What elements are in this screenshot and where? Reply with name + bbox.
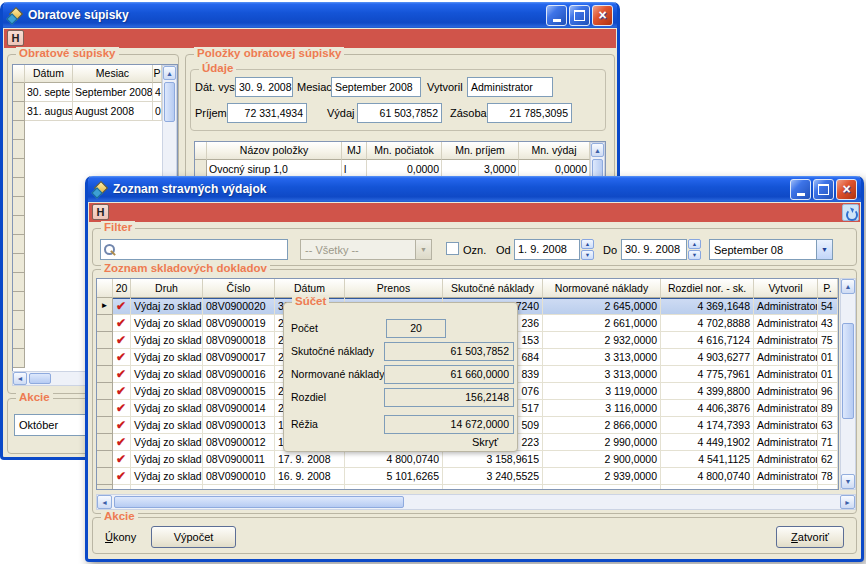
maximize-button[interactable] [569,5,590,26]
check-icon: ✔ [116,367,126,381]
row-marker-icon [97,434,113,451]
column-header-mj[interactable]: MJ [342,142,367,160]
scroll-left-icon[interactable]: ◄ [13,372,27,385]
help-button[interactable]: H [92,204,109,220]
column-header-p[interactable]: P. [818,279,838,298]
row-header[interactable] [13,330,25,349]
row-header[interactable] [13,235,25,254]
titlebar-back[interactable]: Obratové súpisky × [3,2,617,28]
column-header-druh[interactable]: Druh [131,279,203,298]
row-header[interactable] [13,159,25,178]
scroll-thumb[interactable] [842,323,854,419]
close-button[interactable]: × [592,5,613,26]
row-header[interactable] [13,83,25,102]
row-header[interactable] [13,102,25,121]
table-row[interactable]: ✔Výdaj zo skladu08V090001117. 9. 20084 8… [97,451,838,468]
row-header[interactable] [13,178,25,197]
minimize-button[interactable] [790,179,811,200]
dat-vyst-field[interactable]: 30. 9. 2008 [235,77,293,97]
spin-up-icon[interactable]: ▲ [581,239,594,249]
scroll-left-icon[interactable]: ◄ [97,495,112,509]
ozn-checkbox[interactable] [446,242,459,255]
column-header-check[interactable]: 20 [113,279,131,298]
row-header[interactable] [13,292,25,311]
row-marker-icon [97,315,113,332]
row-marker-icon [97,468,113,485]
cell-druh: Výdaj zo skladu [131,417,203,434]
table-row[interactable]: 31. augusAugust 20080 [13,102,177,121]
table-row[interactable]: 30. septeSeptember 20084 [13,83,177,102]
hide-link[interactable]: Skryť [472,436,498,448]
prijem-field[interactable]: 72 331,4934 [227,103,307,123]
scroll-thumb[interactable] [164,82,175,122]
zasoba-field[interactable]: 21 785,3095 [487,103,572,123]
check-icon: ✔ [116,401,126,415]
column-header-vytvoril[interactable]: Vytvoril [754,279,818,298]
column-header-datum[interactable]: Dátum [25,65,73,83]
cell-cislo [203,485,275,490]
scroll-down-icon[interactable]: ▼ [841,474,855,489]
close-button[interactable]: × [836,179,857,200]
scroll-right-icon[interactable]: ► [840,495,855,509]
scroll-up-icon[interactable]: ▲ [163,66,176,80]
scroll-up-icon[interactable]: ▲ [591,143,604,157]
spin-up-icon[interactable]: ▲ [688,239,701,249]
column-header-corner[interactable] [97,279,113,298]
column-header-vydaj[interactable]: Mn. výdaj [519,142,590,160]
spin-down-icon[interactable]: ▼ [581,250,594,260]
date-to-stepper[interactable]: ▲▼ [688,239,701,260]
row-header[interactable] [13,349,25,368]
minimize-button[interactable] [546,5,567,26]
column-header-skutocne[interactable]: Skutočné náklady [443,279,543,298]
column-header-cislo[interactable]: Číslo [203,279,275,298]
titlebar-front[interactable]: Zoznam stravných výdajok × [88,176,861,202]
row-header[interactable] [13,121,25,140]
akcie-group-front: Akcie Úkony Výpočet Zatvoriť [92,517,857,554]
row-header[interactable] [13,197,25,216]
maximize-button[interactable] [813,179,834,200]
row-header[interactable] [13,311,25,330]
search-box[interactable] [100,239,288,260]
column-header-prenos[interactable]: Prenos [345,279,443,298]
vydaj-field[interactable]: 61 503,7852 [357,103,442,123]
check-icon: ✔ [116,452,126,466]
row-header[interactable] [13,273,25,292]
column-header-normovane[interactable]: Normované náklady [543,279,661,298]
month-combo[interactable]: September 08 ▼ [709,239,833,260]
help-button[interactable]: H [7,30,24,46]
date-from-input[interactable]: 1. 9. 2008 [514,239,580,260]
vypocet-button[interactable]: Výpočet [151,526,236,548]
column-header-prijem[interactable]: Mn. príjem [442,142,519,160]
cell-druh: Výdaj zo skladu [131,468,203,485]
column-header-p[interactable]: P [153,65,162,83]
scroll-thumb[interactable] [29,373,51,384]
scroll-up-icon[interactable]: ▲ [841,279,855,294]
horizontal-scrollbar[interactable]: ◄ ► [96,494,856,510]
row-header[interactable] [13,216,25,235]
refresh-icon[interactable] [842,204,859,221]
column-header-corner[interactable] [13,65,25,83]
vertical-scrollbar[interactable]: ▲ ▼ [840,278,856,490]
combo-value: -- Všetky -- [301,244,415,256]
column-header-corner[interactable] [195,142,207,160]
cell-rozdiel: 4 399,8800 [661,383,754,400]
mesiac-field[interactable]: September 2008 [331,77,421,97]
combo-arrow-button[interactable]: ▼ [816,240,832,259]
row-header[interactable] [13,140,25,159]
row-header[interactable] [13,254,25,273]
column-header-nazov[interactable]: Názov položky [207,142,342,160]
table-row[interactable]: ✔Výdaj zo skladu08V090001016. 9. 20085 1… [97,468,838,485]
scroll-thumb[interactable] [114,496,404,508]
table-row[interactable]: ✔ [97,485,838,490]
column-header-mesiac[interactable]: Mesiac [73,65,153,83]
vytvoril-field[interactable]: Administrator [467,77,553,97]
column-header-rozdiel[interactable]: Rozdiel nor. - sk. [661,279,754,298]
column-header-pociatok[interactable]: Mn. počiatok [367,142,442,160]
spin-down-icon[interactable]: ▼ [688,250,701,260]
date-from-stepper[interactable]: ▲▼ [581,239,594,260]
ukony-menu[interactable]: Úkony [105,531,136,543]
date-to-input[interactable]: 30. 9. 2008 [621,239,687,260]
search-input[interactable] [118,240,287,259]
cell-p: 54 [818,298,838,315]
zatvorit-button[interactable]: Zatvoriť [776,526,844,548]
